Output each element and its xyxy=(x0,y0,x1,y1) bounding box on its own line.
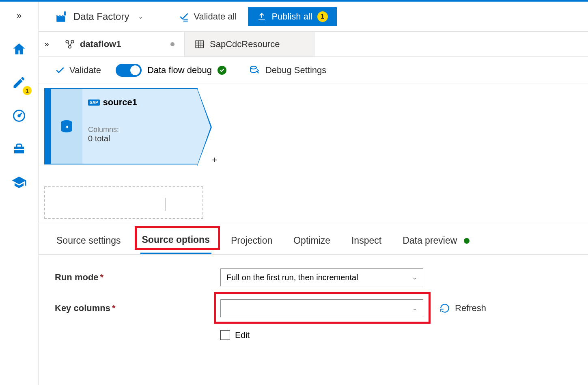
sap-icon: SAP xyxy=(88,99,100,106)
edit-label: Edit xyxy=(235,330,250,340)
tab-expand-toggle[interactable]: » xyxy=(39,32,55,56)
top-toolbar: Data Factory ⌄ Validate all Publish all … xyxy=(39,2,588,32)
run-mode-value: Full on the first run, then incremental xyxy=(226,273,358,282)
validate-label: Validate xyxy=(69,65,101,76)
svg-rect-3 xyxy=(64,11,66,15)
check-icon xyxy=(55,65,65,76)
dataflow-debug-label: Data flow debug xyxy=(147,65,212,76)
tab-source-options[interactable]: Source options xyxy=(140,229,211,254)
source-node-source1[interactable]: SAP source1 Columns: 0 total + xyxy=(44,88,198,164)
toolbox-icon xyxy=(12,142,26,156)
svg-rect-2 xyxy=(13,149,25,150)
chevron-right-icon: » xyxy=(17,11,22,21)
columns-label: Columns: xyxy=(88,125,190,134)
publish-all-button[interactable]: Publish all 1 xyxy=(248,7,336,26)
debug-settings-button[interactable]: Debug Settings xyxy=(249,65,326,76)
upload-icon xyxy=(257,12,267,22)
debug-status-icon xyxy=(218,66,226,75)
tab-sapcdcresource[interactable]: SapCdcResource xyxy=(185,32,314,56)
refresh-button[interactable]: Refresh xyxy=(439,303,486,314)
refresh-icon xyxy=(439,303,450,314)
nav-author[interactable]: 1 xyxy=(9,72,29,93)
validate-button[interactable]: Validate xyxy=(55,65,101,76)
tab-dataflow1[interactable]: dataflow1 xyxy=(55,32,185,56)
editor-tab-strip: » dataflow1 SapCdcResource xyxy=(39,32,588,57)
tab-source-settings[interactable]: Source settings xyxy=(55,230,123,253)
dataflow-canvas[interactable]: SAP source1 Columns: 0 total + xyxy=(39,84,588,222)
node-selection-stripe xyxy=(45,89,51,164)
source-node-title: source1 xyxy=(103,97,137,108)
dataflow-icon xyxy=(65,39,75,50)
chevron-right-icon: » xyxy=(44,39,49,49)
preview-status-icon xyxy=(464,238,470,244)
tab-projection[interactable]: Projection xyxy=(229,230,274,253)
ghost-divider xyxy=(165,198,166,211)
svg-point-1 xyxy=(18,115,20,117)
nav-home[interactable] xyxy=(9,39,29,59)
chevron-down-icon: ⌄ xyxy=(412,305,417,311)
data-factory-switcher[interactable]: Data Factory ⌄ xyxy=(55,10,143,24)
database-source-icon xyxy=(58,118,75,134)
checklist-icon xyxy=(179,11,190,22)
home-icon xyxy=(11,41,27,57)
key-columns-select[interactable]: ⌄ xyxy=(220,299,423,317)
tab-inspect[interactable]: Inspect xyxy=(350,230,383,253)
table-icon xyxy=(194,39,205,50)
edit-checkbox[interactable] xyxy=(220,330,230,340)
factory-icon xyxy=(55,10,69,24)
ghost-drop-target[interactable] xyxy=(44,186,203,219)
nav-manage[interactable] xyxy=(9,139,29,159)
tab-data-preview[interactable]: Data preview xyxy=(401,230,471,253)
tab-dataflow1-label: dataflow1 xyxy=(80,39,121,50)
tab-data-preview-label: Data preview xyxy=(403,235,457,246)
nav-learn[interactable] xyxy=(9,172,29,192)
debug-settings-label: Debug Settings xyxy=(265,65,326,76)
author-badge: 1 xyxy=(23,86,32,95)
svg-rect-7 xyxy=(196,41,204,48)
chevron-down-icon: ⌄ xyxy=(412,274,417,281)
dataflow-action-bar: Validate Data flow debug Debug Settings xyxy=(39,57,588,84)
validate-all-button[interactable]: Validate all xyxy=(176,9,240,24)
graduation-cap-icon xyxy=(11,175,27,190)
tab-optimize[interactable]: Optimize xyxy=(292,230,332,253)
run-mode-label: Run mode* xyxy=(55,272,220,283)
refresh-label: Refresh xyxy=(455,303,486,314)
key-columns-label: Key columns* xyxy=(55,303,220,314)
publish-count-badge: 1 xyxy=(317,11,328,22)
panel-tab-strip: Source settings Source options Projectio… xyxy=(39,222,588,255)
toggle-knob xyxy=(130,65,140,75)
dataflow-debug-toggle[interactable] xyxy=(116,64,142,77)
add-transform-button[interactable]: + xyxy=(212,155,217,165)
tab-sapcdcresource-label: SapCdcResource xyxy=(210,39,280,50)
validate-all-label: Validate all xyxy=(194,11,237,22)
publish-all-label: Publish all xyxy=(271,11,312,22)
debug-settings-icon xyxy=(249,65,260,76)
tab-source-options-label: Source options xyxy=(142,234,210,245)
unsaved-dot-icon xyxy=(170,42,174,46)
gauge-icon xyxy=(12,108,26,123)
chevron-down-icon: ⌄ xyxy=(138,13,143,20)
nav-expand-toggle[interactable]: » xyxy=(9,6,29,26)
node-icon-band xyxy=(51,89,82,164)
columns-value: 0 total xyxy=(88,134,190,143)
svg-point-6 xyxy=(69,45,71,48)
data-factory-label: Data Factory xyxy=(73,11,129,22)
run-mode-select[interactable]: Full on the first run, then incremental … xyxy=(220,268,423,286)
nav-monitor[interactable] xyxy=(9,106,29,126)
svg-point-8 xyxy=(250,66,256,69)
left-nav-rail: » 1 xyxy=(0,2,39,385)
